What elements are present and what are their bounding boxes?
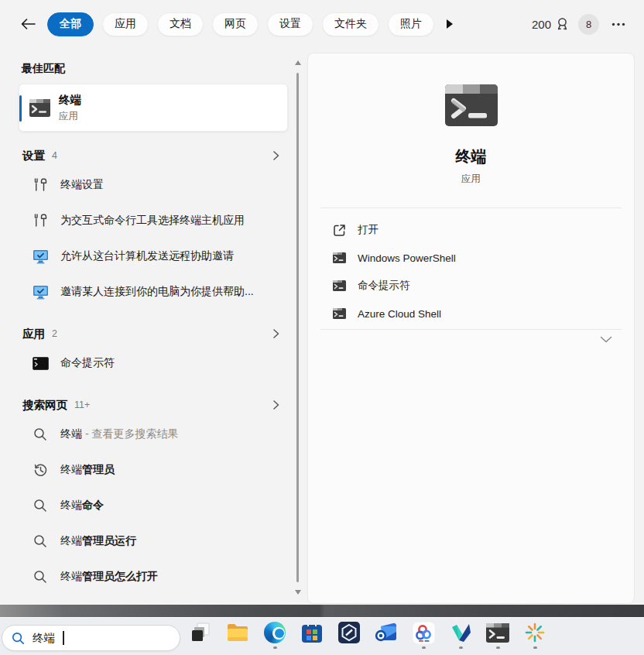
search-query-text: 终端	[33, 631, 55, 646]
rewards-points: 200	[532, 18, 551, 31]
terminal-app-icon	[29, 99, 50, 117]
teal-check-icon	[449, 621, 472, 644]
best-match-result-terminal[interactable]: 终端 应用	[19, 84, 288, 132]
history-clock-icon	[32, 463, 49, 478]
back-button[interactable]	[17, 13, 39, 35]
taskbar: 终端	[0, 617, 644, 655]
taskbar-starburst-app[interactable]	[522, 621, 547, 649]
account-badge[interactable]: 8	[578, 14, 599, 35]
expand-more-button[interactable]	[600, 336, 612, 343]
tab-settings[interactable]: 设置	[267, 12, 313, 36]
tab-photos[interactable]: 照片	[388, 12, 434, 36]
stacked-squares-icon	[189, 621, 212, 644]
running-indicator	[459, 646, 463, 649]
text-caret	[63, 631, 64, 645]
result-remote-assist-invite[interactable]: 邀请某人连接到你的电脑为你提供帮助...	[19, 274, 288, 310]
taskbar-teal-check-app[interactable]	[448, 621, 473, 649]
preview-app-title: 终端	[456, 146, 487, 167]
web-suggestion-see-more[interactable]: 终端 - 查看更多搜索结果	[19, 417, 288, 452]
scroll-up-arrow[interactable]	[295, 60, 301, 65]
tools-icon	[32, 213, 49, 228]
best-match-title: 终端	[59, 93, 81, 108]
section-header-settings[interactable]: 设置 4	[19, 144, 288, 167]
section-header-web-search[interactable]: 搜索网页 11+	[19, 393, 288, 417]
section-count: 4	[52, 150, 57, 161]
back-arrow-icon	[21, 19, 36, 29]
search-icon	[32, 534, 49, 548]
ellipsis-icon	[611, 22, 625, 26]
monitor-check-icon	[32, 249, 49, 264]
badge-count: 8	[586, 19, 591, 30]
search-icon	[32, 570, 49, 584]
best-match-subtitle: 应用	[59, 110, 81, 123]
app-hero: 终端 应用	[308, 53, 634, 186]
section-title: 设置	[22, 149, 45, 163]
taskbar-microsoft-store[interactable]	[300, 621, 324, 649]
tab-all[interactable]: 全部	[47, 12, 94, 36]
result-terminal-host-setting[interactable]: 为交互式命令行工具选择终端主机应用	[19, 203, 288, 238]
suggestion-text: 终端命令	[60, 499, 104, 513]
rewards-button[interactable]: 200	[532, 17, 569, 32]
section-title: 搜索网页	[22, 398, 67, 413]
tab-folders[interactable]: 文件夹	[322, 12, 379, 36]
taskbar-file-explorer[interactable]	[225, 621, 250, 649]
running-indicator	[422, 646, 426, 649]
terminal-mini-icon	[332, 252, 346, 263]
taskbar-edge[interactable]	[262, 621, 287, 649]
tools-icon	[32, 177, 49, 193]
taskbar-outlook[interactable]	[374, 621, 399, 649]
scrollbar-thumb[interactable]	[296, 73, 299, 582]
topbar-right-group: 200 8	[532, 14, 629, 35]
action-azure-cloud-shell[interactable]: Azure Cloud Shell	[320, 300, 622, 328]
terminal-mini-icon	[332, 308, 346, 319]
hexagon-app-icon	[337, 621, 361, 644]
desktop-wallpaper-strip	[0, 605, 644, 617]
chevron-right-icon	[272, 150, 280, 161]
action-label: Azure Cloud Shell	[358, 308, 441, 320]
result-text: 终端设置	[60, 178, 104, 192]
web-suggestion-admin-run[interactable]: 终端管理员运行	[19, 523, 288, 559]
monitor-check-icon	[32, 285, 49, 300]
web-suggestion-history-admin[interactable]: 终端管理员	[19, 452, 288, 488]
taskbar-stacked-squares-app[interactable]	[188, 621, 213, 649]
result-terminal-settings[interactable]: 终端设置	[19, 167, 288, 203]
action-open[interactable]: 打开	[320, 216, 622, 244]
suggestion-text: 终端管理员运行	[60, 534, 136, 548]
tab-apps[interactable]: 应用	[102, 12, 149, 36]
section-count: 2	[52, 328, 57, 339]
outlook-icon	[375, 621, 398, 644]
action-windows-powershell[interactable]: Windows PowerShell	[320, 244, 622, 272]
chevron-down-icon	[600, 336, 612, 343]
result-text: 邀请某人连接到你的电脑为你提供帮助...	[60, 285, 254, 299]
search-icon	[32, 499, 49, 513]
more-filters-button[interactable]	[446, 19, 454, 29]
suggestion-text: 终端 - 查看更多搜索结果	[60, 427, 178, 441]
more-options-button[interactable]	[608, 19, 629, 29]
microsoft-store-icon	[300, 621, 324, 644]
tab-documents[interactable]: 文档	[157, 12, 204, 36]
action-label: 命令提示符	[358, 279, 410, 293]
play-triangle-icon	[446, 19, 454, 29]
scroll-down-arrow[interactable]	[295, 590, 301, 595]
taskbar-search-input[interactable]: 终端	[2, 625, 180, 651]
web-suggestion-command[interactable]: 终端命令	[19, 488, 288, 523]
baidu-netdisk-icon	[412, 621, 435, 644]
result-remote-assist-allow[interactable]: 允许从这台计算机发送远程协助邀请	[19, 238, 288, 274]
result-command-prompt[interactable]: 命令提示符	[19, 345, 288, 381]
search-icon	[32, 427, 49, 441]
chevron-right-icon	[272, 400, 280, 410]
suggestion-text: 终端管理员怎么打开	[60, 570, 158, 584]
taskbar-windows-terminal[interactable]	[485, 621, 510, 649]
result-text: 为交互式命令行工具选择终端主机应用	[60, 214, 245, 228]
taskbar-baidu-netdisk[interactable]	[411, 621, 436, 649]
suggestion-text: 终端管理员	[60, 463, 115, 477]
action-command-prompt[interactable]: 命令提示符	[320, 272, 622, 300]
section-header-apps[interactable]: 应用 2	[19, 322, 288, 345]
web-suggestion-admin-how-open[interactable]: 终端管理员怎么打开	[19, 559, 288, 595]
results-scrollbar	[293, 54, 303, 601]
starburst-icon	[523, 621, 546, 644]
action-label: 打开	[358, 223, 379, 237]
result-text: 允许从这台计算机发送远程协助邀请	[60, 249, 234, 263]
tab-web[interactable]: 网页	[212, 12, 259, 36]
taskbar-hexagon-app[interactable]	[337, 621, 361, 649]
